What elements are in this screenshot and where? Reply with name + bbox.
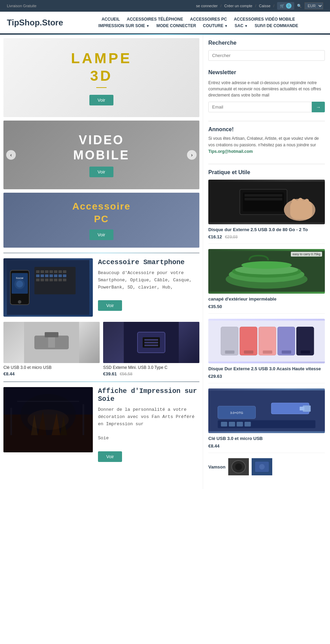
slide-video: VIDEO MOBILE Voir	[3, 121, 199, 189]
vamson-label: Vamson	[208, 464, 226, 470]
feature-smartphone-text: Accessoire Smartphone Beaucoup d'Accesso…	[98, 258, 199, 311]
slide-divider	[96, 87, 107, 88]
sidebar-usb2-img: 3.0+OTG	[208, 388, 325, 433]
feature-soie-voir-btn[interactable]: Voir	[98, 451, 122, 462]
carousel-slide-3: Accessoire PC Voir	[3, 193, 199, 248]
nav-top: ACCUEIL Accessoires Téléphone Accessoire…	[74, 17, 323, 22]
feature-smartphone-voir-btn[interactable]: Voir	[98, 300, 122, 311]
cart-icon-wrap[interactable]: 🛒 0	[277, 2, 294, 10]
sidebar-product-hdd[interactable]: Disque dur Externe 2.5 USB 3.0 de 80 Go …	[208, 180, 325, 244]
annonce-email[interactable]: Tips.org@hotmail.com	[208, 149, 253, 154]
slide-lampe-voir-btn[interactable]: Voir	[89, 95, 113, 105]
svg-rect-32	[48, 337, 55, 348]
top-bar: Livraison Gratuite se connecter / Créer …	[0, 0, 330, 12]
svg-rect-11	[45, 274, 48, 277]
newsletter-title: Newsletter	[208, 69, 325, 76]
svg-rect-73	[244, 351, 253, 354]
create-account-link[interactable]: Créer un compte	[224, 4, 252, 8]
svg-point-28	[16, 281, 23, 287]
svg-rect-17	[41, 279, 44, 281]
sidebar-sofa-name: canapé d'extérieur imperméable	[208, 296, 325, 302]
svg-rect-81	[221, 422, 227, 427]
hdd-svg	[208, 180, 325, 224]
sidebar-newsletter-section: Newsletter Entrez votre adresse e-mail c…	[208, 69, 325, 112]
vamson-thumb-2	[252, 458, 272, 475]
nav-soie[interactable]: Impression Sur Soie ▼	[98, 23, 150, 28]
easy-carry-badge: easy to carry 0.75kg	[291, 252, 322, 257]
svg-rect-84	[244, 422, 251, 427]
svg-rect-2	[36, 270, 40, 273]
annonce-text: Si vous êtes Artisan, Créateur, Artiste,…	[208, 135, 325, 155]
pratique-title: Pratique et Utile	[208, 164, 325, 176]
feature-soie-text: Affiche d'Impression sur Soie Donner de …	[98, 387, 199, 462]
product-name-0: Clé USB 3.0 et micro USB	[3, 365, 100, 370]
svg-rect-9	[36, 274, 40, 277]
top-bar-right: se connecter / Créer un compte / Caisse …	[196, 2, 323, 10]
svg-rect-19	[50, 279, 53, 281]
svg-rect-37	[144, 342, 158, 343]
svg-rect-57	[292, 199, 297, 211]
svg-rect-76	[300, 351, 310, 354]
slide-pc-voir-btn[interactable]: Voir	[89, 229, 113, 240]
search-input[interactable]	[208, 50, 325, 61]
main-content: LAMPE 3D Voir ‹ VIDEO MOBILE Voir ›	[0, 35, 203, 489]
nav-sac[interactable]: sac ▼	[235, 23, 248, 28]
svg-rect-46	[10, 408, 12, 435]
section-sep-1	[3, 253, 199, 253]
logo[interactable]: TipShop.Store	[7, 18, 63, 27]
svg-rect-4	[45, 270, 48, 273]
feature-soie: Affiche d'Impression sur Soie Donner de …	[3, 387, 199, 462]
nav-pc[interactable]: Accessoires PC	[190, 17, 227, 22]
svg-rect-15	[63, 274, 66, 277]
nav-couture[interactable]: Couture ▼	[203, 23, 228, 28]
svg-rect-59	[304, 199, 309, 211]
sidebar-product-sofa[interactable]: easy to carry 0.75kg	[208, 249, 325, 314]
email-input[interactable]	[208, 102, 312, 112]
svg-point-25	[18, 300, 21, 304]
search-icon[interactable]: 🔍	[297, 4, 302, 8]
slide-lampe-title: LAMPE 3D	[71, 50, 132, 84]
sidebar-usb2-price: €8.44	[208, 443, 325, 449]
email-row: →	[208, 102, 325, 112]
sidebar-colordrives-name: Disque Dur Externe 2.5 USB 3.0 Acasis Ha…	[208, 366, 325, 372]
vamson-thumb-1	[228, 458, 249, 475]
svg-rect-36	[144, 339, 158, 341]
carousel-prev-btn[interactable]: ‹	[6, 150, 16, 160]
nav-mode[interactable]: Mode connecter	[156, 23, 196, 28]
nav-suivi[interactable]: Suivi de commande	[255, 23, 298, 28]
sac-dropdown-icon: ▼	[244, 24, 248, 28]
sidebar-product-usb2[interactable]: 3.0+OTG Clé USB 3.0 et micro USB	[208, 388, 325, 453]
products-row: Clé USB 3.0 et micro USB €8.44 S	[3, 322, 199, 376]
soie-warriors-img	[3, 387, 93, 452]
caisse-link[interactable]: Caisse	[259, 4, 271, 8]
product-thumb-1[interactable]: SSD Externe Mini. USB 3.0 Type C €39.61 …	[103, 322, 199, 376]
svg-rect-20	[54, 279, 57, 281]
svg-rect-7	[58, 270, 62, 273]
svg-rect-38	[144, 344, 158, 346]
sidebar-product-colordrives[interactable]: Disque Dur Externe 2.5 USB 3.0 Acasis Ha…	[208, 319, 325, 383]
nav-tel[interactable]: Accessoires Téléphone	[127, 17, 183, 22]
nav-accueil[interactable]: ACCUEIL	[101, 17, 120, 22]
feature-soie-desc: Donner de la personnalité a votre décora…	[98, 406, 199, 442]
svg-rect-16	[36, 279, 40, 281]
carousel-next-btn[interactable]: ›	[187, 150, 197, 160]
sidebar: Recherche Newsletter Entrez votre adress…	[203, 35, 330, 489]
sidebar-colordrives-img	[208, 319, 325, 363]
slide-pc: Accessoire PC Voir	[3, 193, 199, 248]
feature-smartphone-title: Accessoire Smartphone	[98, 258, 199, 266]
nav-video[interactable]: Accessoires Vidéo Mobile	[234, 17, 295, 22]
slide-pc-title: Accessoire PC	[72, 200, 130, 225]
product-thumb-0[interactable]: Clé USB 3.0 et micro USB €8.44	[3, 322, 100, 376]
svg-point-49	[28, 409, 69, 430]
currency-select[interactable]: EUR USD	[305, 2, 323, 9]
search-title: Recherche	[208, 40, 325, 46]
slide-video-voir-btn[interactable]: Voir	[89, 167, 113, 177]
nav-container: ACCUEIL Accessoires Téléphone Accessoire…	[74, 17, 323, 28]
product-price-1: €39.61 €56,58	[103, 371, 199, 376]
login-link[interactable]: se connecter	[196, 4, 218, 8]
vamson-row[interactable]: Vamson	[208, 458, 325, 475]
svg-rect-47	[82, 404, 84, 435]
annonce-title: Annonce!	[208, 126, 325, 133]
cart-badge: 0	[286, 3, 292, 9]
email-submit-btn[interactable]: →	[312, 102, 325, 112]
